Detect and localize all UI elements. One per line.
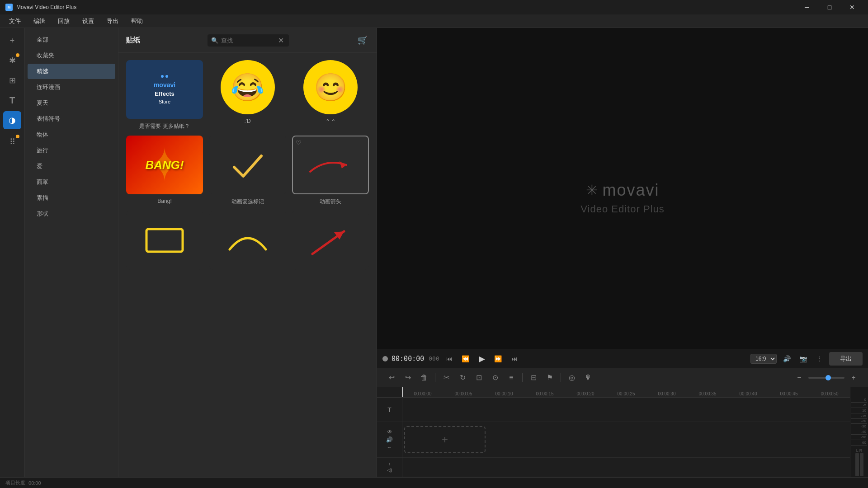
ruler-label-4: 00:00:20: [577, 391, 594, 396]
stabilize-btn[interactable]: ⊙: [488, 371, 502, 385]
maximize-button[interactable]: □: [819, 0, 840, 14]
menu-settings[interactable]: 设置: [77, 15, 99, 27]
track1-controls: T: [377, 398, 402, 422]
crop-btn[interactable]: ⊡: [472, 371, 486, 385]
menu-edit[interactable]: 编辑: [28, 15, 51, 27]
sticker-item-smile[interactable]: 😊 ^_^: [292, 60, 369, 130]
add-media-track-btn[interactable]: +: [404, 426, 486, 453]
category-objects[interactable]: 物体: [28, 127, 115, 142]
skip-end-btn[interactable]: ⏭: [508, 352, 521, 365]
sticker-item-arc[interactable]: [209, 211, 287, 273]
arrow-svg: [303, 151, 358, 178]
skip-start-btn[interactable]: ⏮: [443, 352, 456, 365]
export-button[interactable]: 导出: [829, 352, 863, 366]
cart-icon[interactable]: 🛒: [356, 33, 369, 47]
title-bar: M Movavi Video Editor Plus ─ □ ✕: [0, 0, 868, 14]
redo-btn[interactable]: ↪: [401, 371, 415, 385]
separator1: [435, 373, 435, 382]
aspect-select[interactable]: 16:9 4:3 1:1 9:16: [750, 354, 777, 364]
audio-btn[interactable]: ≡: [504, 371, 519, 385]
audio-mute-icon[interactable]: ◁): [387, 467, 392, 473]
category-travel[interactable]: 旅行: [28, 143, 115, 158]
eye-icon[interactable]: 👁: [387, 429, 392, 435]
cut-btn[interactable]: ✂: [439, 371, 453, 385]
store-brand: movavi: [154, 81, 175, 89]
lr-labels: L R: [856, 448, 863, 453]
ruler-label-10: 00:00:50: [821, 391, 839, 396]
add-icon: +: [10, 36, 15, 46]
category-sketch[interactable]: 素描: [28, 190, 115, 206]
ruler-label-9: 00:00:45: [780, 391, 798, 396]
play-btn[interactable]: ▶: [476, 352, 488, 365]
sticker-thumb-store: movavi Effects Store: [126, 60, 203, 119]
category-featured[interactable]: 精选: [28, 64, 115, 79]
transitions-btn[interactable]: ⊞: [3, 71, 21, 89]
mic-btn[interactable]: 🎙: [581, 371, 595, 385]
ruler-mark-9: 00:00:45: [769, 391, 809, 397]
right-area: ✳ movavi Video Editor Plus 00:00:00 000 …: [377, 28, 868, 477]
mute-icon[interactable]: 🔊: [386, 436, 393, 443]
sticker-item-rect[interactable]: [126, 211, 203, 273]
lock-icon[interactable]: ←: [387, 444, 392, 450]
flag-btn[interactable]: ⚑: [542, 371, 557, 385]
next-frame-btn[interactable]: ⏩: [492, 352, 505, 365]
sticker-item-checkmark[interactable]: 动画复选标记: [209, 136, 287, 206]
motion-btn[interactable]: ◎: [565, 371, 579, 385]
sticker-item-arrow2[interactable]: [292, 211, 369, 273]
track3-controls: ♪ ◁): [377, 458, 402, 477]
category-masks[interactable]: 面罩: [28, 174, 115, 190]
category-all[interactable]: 全部: [28, 32, 115, 47]
zoom-in-btn[interactable]: +: [846, 371, 861, 385]
sticker-thumb-arrow2: [292, 211, 369, 270]
delete-btn[interactable]: 🗑: [417, 371, 431, 385]
project-length-label: 项目长度:: [5, 479, 27, 486]
category-comics[interactable]: 连环漫画: [28, 80, 115, 95]
level-line-30: [851, 429, 867, 429]
text-track-icon: T: [387, 406, 392, 413]
transitions-icon: ⊞: [9, 75, 16, 85]
sticker-item-laugh[interactable]: 😂 :'D: [209, 60, 287, 130]
category-shapes[interactable]: 形状: [28, 206, 115, 221]
titles-btn[interactable]: T: [3, 91, 21, 109]
sticker-thumb-bang: ✦ BANG!: [126, 136, 203, 194]
sticker-item-arrow[interactable]: ♡ 动画箭头: [292, 136, 369, 206]
add-media-btn[interactable]: +: [3, 32, 21, 50]
level-line-20: [851, 423, 867, 424]
zoom-slider[interactable]: [808, 377, 844, 379]
sticker-item-store[interactable]: movavi Effects Store 是否需要 更多贴纸？: [126, 60, 203, 130]
minimize-button[interactable]: ─: [797, 0, 817, 14]
color-btn[interactable]: ⠿: [3, 133, 21, 151]
stickers-btn[interactable]: ◑: [3, 111, 21, 129]
more-options-btn[interactable]: ⋮: [813, 352, 826, 365]
category-favorites[interactable]: 收藏夹: [28, 48, 115, 63]
level-L: L: [856, 448, 859, 453]
menu-export[interactable]: 导出: [101, 15, 124, 27]
dot2: [165, 75, 168, 78]
status-bar: 项目长度: 00:00: [0, 477, 868, 488]
clear-search-icon[interactable]: ✕: [278, 36, 284, 45]
sticker-item-bang[interactable]: ✦ BANG! Bang!: [126, 136, 203, 206]
category-love[interactable]: 爱: [28, 159, 115, 174]
menu-file[interactable]: 文件: [4, 15, 26, 27]
sticker-thumb-rect: [126, 211, 203, 270]
category-emoticons[interactable]: 表情符号: [28, 111, 115, 127]
search-input[interactable]: [221, 37, 275, 44]
pip-btn[interactable]: ⊟: [526, 371, 541, 385]
category-summer[interactable]: 夏天: [28, 95, 115, 111]
close-button[interactable]: ✕: [842, 0, 863, 14]
menu-help[interactable]: 帮助: [126, 15, 148, 27]
prev-frame-btn[interactable]: ⏪: [459, 352, 472, 365]
zoom-out-btn[interactable]: −: [792, 371, 807, 385]
menu-playback[interactable]: 回放: [52, 15, 75, 27]
undo-btn[interactable]: ↩: [384, 371, 399, 385]
movavi-logo-row: ✳ movavi: [586, 181, 660, 200]
filters-btn[interactable]: ✱: [3, 52, 21, 70]
screenshot-btn[interactable]: 📷: [797, 352, 809, 365]
sticker-thumb-checkmark: [209, 136, 286, 194]
checkmark-label: 动画复选标记: [231, 198, 264, 206]
dot1: [161, 75, 164, 78]
rotate-btn[interactable]: ↻: [455, 371, 470, 385]
volume-icon[interactable]: 🔊: [780, 352, 793, 365]
preview-area: ✳ movavi Video Editor Plus 00:00:00 000 …: [377, 28, 868, 368]
ruler-label-1: 00:00:05: [455, 391, 472, 396]
